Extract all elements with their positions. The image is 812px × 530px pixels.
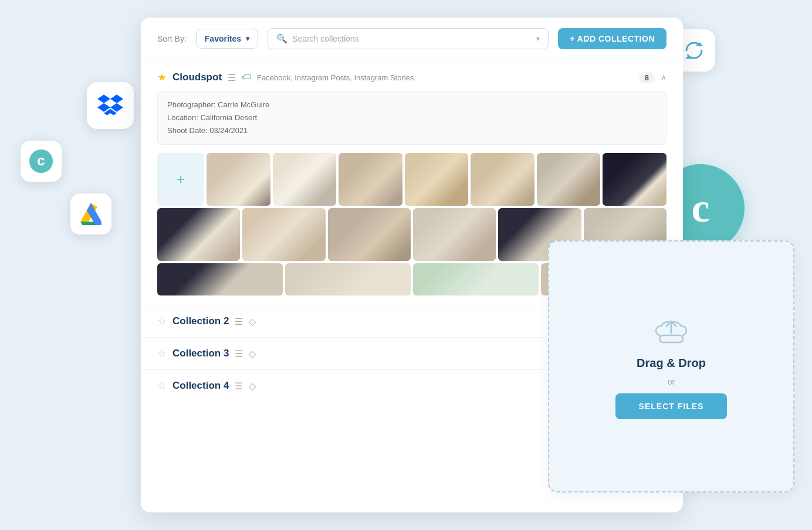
collection-cloudspot-name: Cloudspot <box>172 72 222 83</box>
collapse-icon[interactable]: ∧ <box>661 73 666 82</box>
image-cell[interactable] <box>339 153 402 206</box>
collection-tags: Facebook, Instagram Posts, Instagram Sto… <box>257 73 414 82</box>
image-cell[interactable] <box>413 263 539 295</box>
add-collection-button[interactable]: + ADD COLLECTION <box>558 28 666 49</box>
collection-2-details-icon[interactable]: ☰ <box>235 316 243 327</box>
location-value: California Desert <box>200 113 257 122</box>
image-cell[interactable] <box>328 208 411 261</box>
drive-float-card <box>70 193 111 235</box>
image-cell[interactable] <box>413 208 496 261</box>
collection-details-icon[interactable]: ☰ <box>228 72 236 83</box>
star-filled-icon[interactable]: ★ <box>157 71 167 84</box>
cloudspot-small-float-card: c <box>21 141 62 182</box>
location-label: Location: <box>167 113 198 122</box>
image-cell[interactable] <box>207 153 270 206</box>
collection-2-tag-icon[interactable]: ◇ <box>249 316 256 327</box>
image-cell[interactable] <box>537 153 601 206</box>
image-cell[interactable] <box>471 153 534 206</box>
toolbar: Sort By: Favorites ▾ 🔍 Search collection… <box>141 18 683 60</box>
shoot-date-label: Shoot Date: <box>167 126 208 135</box>
search-box[interactable]: 🔍 Search collections ▾ <box>268 28 549 49</box>
image-grid-row1: + <box>157 153 666 206</box>
image-cell[interactable] <box>157 208 240 261</box>
upload-icon <box>655 314 688 349</box>
drive-icon <box>79 203 103 225</box>
search-chevron-icon: ▾ <box>536 35 540 43</box>
dropbox-float-card <box>87 82 134 129</box>
upload-svg <box>655 314 688 345</box>
refresh-icon[interactable] <box>683 39 705 62</box>
photographer-info: Photographer: Carrie McGuire <box>167 98 657 111</box>
collection-3-tag-icon[interactable]: ◇ <box>249 348 256 359</box>
collection-cloudspot-header: ★ Cloudspot ☰ 🏷 Facebook, Instagram Post… <box>157 71 666 84</box>
drop-panel: Drag & Drop or SELECT FILES <box>548 240 794 492</box>
search-placeholder: Search collections <box>292 34 359 43</box>
sort-select[interactable]: Favorites ▾ <box>196 29 258 49</box>
tag-icon[interactable]: 🏷 <box>242 72 251 83</box>
collection-meta: Photographer: Carrie McGuire Location: C… <box>157 91 666 145</box>
image-cell[interactable] <box>157 263 283 295</box>
or-text: or <box>668 377 675 386</box>
sort-chevron-icon: ▾ <box>246 35 249 43</box>
star-empty-icon-2[interactable]: ☆ <box>157 315 167 328</box>
star-empty-icon-3[interactable]: ☆ <box>157 347 167 360</box>
collection-3-name: Collection 3 <box>172 348 229 359</box>
image-cell[interactable] <box>285 263 411 295</box>
collection-4-tag-icon[interactable]: ◇ <box>249 380 256 392</box>
shoot-date-info: Shoot Date: 03/24/2021 <box>167 124 657 137</box>
collection-4-details-icon[interactable]: ☰ <box>235 380 243 392</box>
svg-text:c: c <box>37 152 45 168</box>
image-cell[interactable] <box>603 153 666 206</box>
collection-2-name: Collection 2 <box>172 315 229 327</box>
image-cell[interactable] <box>405 153 469 206</box>
svg-rect-5 <box>659 335 683 342</box>
collection-3-details-icon[interactable]: ☰ <box>235 348 243 359</box>
sort-value: Favorites <box>205 34 241 43</box>
cloudspot-small-icon: c <box>29 150 53 173</box>
image-cell[interactable] <box>242 208 325 261</box>
search-icon: 🔍 <box>276 33 287 44</box>
add-image-button[interactable]: + <box>157 153 204 206</box>
collection-count-badge: 8 <box>639 72 655 83</box>
shoot-date-value: 03/24/2021 <box>209 126 248 135</box>
sort-label: Sort By: <box>157 34 187 43</box>
photographer-label: Photographer: <box>167 100 215 109</box>
image-cell[interactable] <box>273 153 337 206</box>
select-files-button[interactable]: SELECT FILES <box>615 393 728 419</box>
location-info: Location: California Desert <box>167 111 657 124</box>
star-empty-icon-4[interactable]: ☆ <box>157 379 167 392</box>
collection-4-name: Collection 4 <box>172 380 229 392</box>
dropbox-icon <box>97 94 123 117</box>
svg-text:c: c <box>691 185 709 230</box>
photographer-value: Carrie McGuire <box>218 100 269 109</box>
drag-drop-label: Drag & Drop <box>637 356 706 370</box>
